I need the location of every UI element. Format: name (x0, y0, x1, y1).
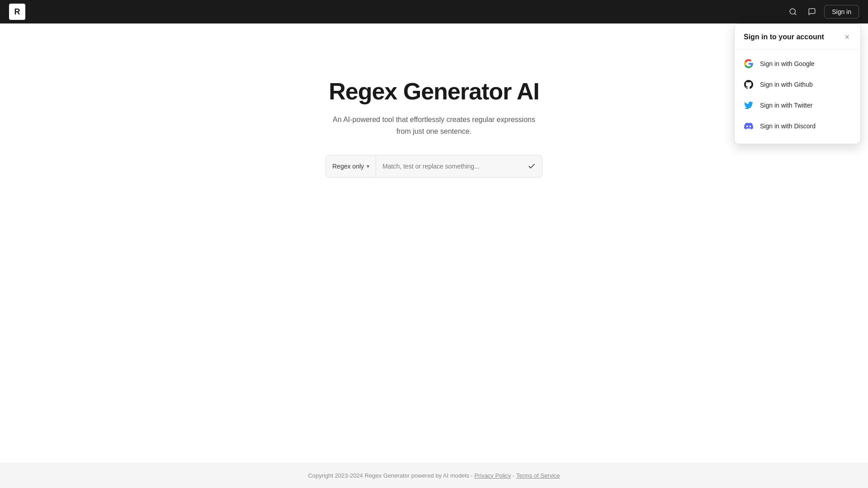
search-icon (789, 8, 797, 16)
signin-twitter-option[interactable]: Sign in with Twitter (735, 95, 860, 116)
svg-line-1 (795, 13, 796, 14)
twitter-icon (744, 100, 754, 110)
page-title: Regex Generator AI (329, 78, 539, 105)
google-icon (744, 59, 754, 69)
submit-button[interactable] (521, 155, 542, 177)
close-button[interactable]: × (843, 32, 851, 42)
checkmark-icon (528, 162, 536, 170)
sign-in-button[interactable]: Sign in (824, 5, 859, 19)
discord-icon (744, 121, 754, 131)
feedback-icon-button[interactable] (805, 5, 819, 19)
navbar-right: Sign in (786, 5, 859, 19)
privacy-policy-link[interactable]: Privacy Policy (474, 472, 511, 479)
signin-dropdown: Sign in to your account × Sign in with G… (734, 23, 861, 144)
terms-of-service-link[interactable]: Terms of Service (516, 472, 560, 479)
app-logo[interactable]: R (9, 4, 25, 20)
signin-twitter-label: Sign in with Twitter (760, 102, 812, 109)
search-bar: Regex only ▾ (326, 155, 542, 178)
signin-google-label: Sign in with Google (760, 60, 815, 67)
signin-title: Sign in to your account (744, 33, 824, 41)
mode-label: Regex only (332, 163, 364, 170)
search-icon-button[interactable] (786, 5, 800, 19)
footer-copyright: Copyright 2023-2024 Regex Generator powe… (308, 472, 472, 479)
signin-discord-label: Sign in with Discord (760, 122, 816, 130)
github-icon (744, 80, 754, 89)
footer-separator: - (513, 472, 514, 479)
page-subtitle: An AI-powered tool that effortlessly cre… (326, 114, 542, 137)
chevron-down-icon: ▾ (367, 163, 369, 169)
signin-github-option[interactable]: Sign in with Github (735, 74, 860, 95)
feedback-icon (808, 8, 816, 16)
footer: Copyright 2023-2024 Regex Generator powe… (0, 463, 868, 488)
signin-discord-option[interactable]: Sign in with Discord (735, 116, 860, 136)
navbar: R Sign in (0, 0, 868, 23)
signin-options: Sign in with Google Sign in with Github … (735, 50, 860, 140)
signin-header: Sign in to your account × (735, 24, 860, 50)
main-search-input[interactable] (376, 163, 521, 170)
signin-github-label: Sign in with Github (760, 81, 813, 88)
signin-google-option[interactable]: Sign in with Google (735, 53, 860, 74)
mode-selector-button[interactable]: Regex only ▾ (326, 155, 376, 177)
